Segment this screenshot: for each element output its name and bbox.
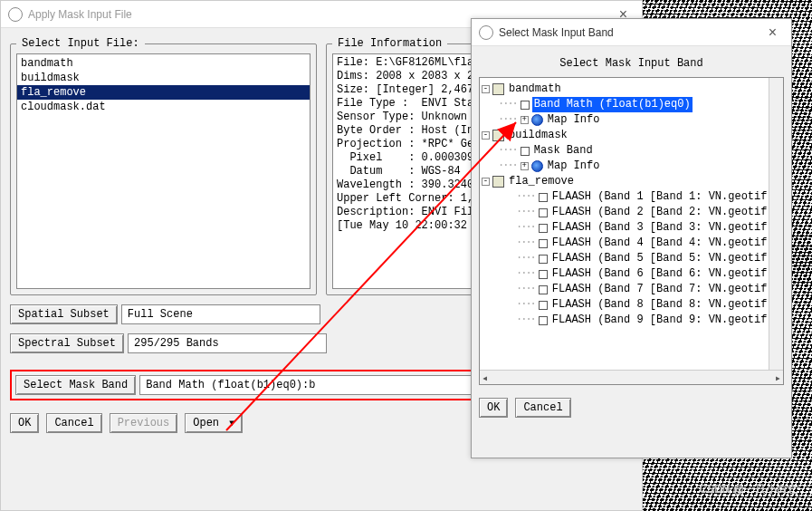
spectral-subset-button[interactable]: Spectral Subset [10, 333, 124, 353]
tree-node-label: FLAASH (Band 1 [Band 1: VN.geotif [550, 189, 769, 205]
dropdown-arrow-icon: ▼ [229, 419, 234, 429]
spectral-subset-value: 295/295 Bands [128, 333, 327, 353]
tree-node-label: buildmask [507, 128, 569, 143]
app-icon [8, 7, 23, 22]
tree-node[interactable]: ····+Map Info [482, 112, 781, 128]
tree-node[interactable]: ····FLAASH (Band 8 [Band 8: VN.geotif [482, 297, 781, 313]
input-panel-legend: Select Input File: [16, 37, 145, 50]
tree-node[interactable]: ····FLAASH (Band 9 [Band 9: VN.geotif [482, 313, 781, 328]
tree-node-label: FLAASH (Band 3 [Band 3: VN.geotif [550, 220, 769, 236]
expander-icon[interactable]: + [521, 162, 529, 170]
file-icon [492, 176, 504, 188]
checkbox-icon[interactable] [539, 270, 548, 279]
main-title: Apply Mask Input File [28, 8, 132, 21]
app-icon [479, 25, 493, 40]
select-mask-band-button[interactable]: Select Mask Band [15, 375, 136, 395]
scroll-left-icon[interactable]: ◂ [482, 371, 488, 385]
tree-node[interactable]: ····FLAASH (Band 5 [Band 5: VN.geotif [482, 251, 781, 266]
close-icon[interactable]: × [761, 24, 784, 41]
checkbox-icon[interactable] [539, 301, 548, 310]
open-label: Open [193, 417, 219, 429]
select-mask-band-dialog: Select Mask Input Band × Select Mask Inp… [471, 18, 792, 458]
scroll-right-icon[interactable]: ▸ [775, 371, 781, 385]
expander-icon[interactable]: - [482, 85, 490, 93]
tree-node-label: fla_remove [507, 174, 576, 189]
mask-band-value: Band Math (float(b1)eq0):b [139, 375, 499, 395]
tree-node-label: FLAASH (Band 4 [Band 4: VN.geotif [550, 236, 769, 251]
cancel-button[interactable]: Cancel [46, 413, 101, 433]
tree-node[interactable]: ····Band Math (float(b1)eq0) [482, 97, 781, 112]
tree-node-label: FLAASH (Band 2 [Band 2: VN.geotif [550, 205, 769, 220]
previous-button: Previous [110, 413, 178, 433]
expander-icon[interactable]: - [482, 178, 490, 186]
tree-node-label: FLAASH (Band 8 [Band 8: VN.geotif [550, 297, 769, 313]
vertical-scrollbar[interactable] [769, 78, 783, 370]
checkbox-icon[interactable] [539, 224, 548, 233]
ok-button[interactable]: OK [479, 398, 508, 418]
tree-node[interactable]: ····FLAASH (Band 7 [Band 7: VN.geotif [482, 282, 781, 297]
checkbox-icon[interactable] [521, 101, 530, 110]
tree-node[interactable]: ····FLAASH (Band 3 [Band 3: VN.geotif [482, 220, 781, 236]
tree-node[interactable]: ····FLAASH (Band 4 [Band 4: VN.geotif [482, 236, 781, 251]
checkbox-icon[interactable] [539, 255, 548, 264]
checkbox-icon[interactable] [539, 316, 548, 325]
tree-node[interactable]: ····+Map Info [482, 159, 781, 174]
tree-node[interactable]: ····FLAASH (Band 6 [Band 6: VN.geotif [482, 266, 781, 282]
checkbox-icon[interactable] [539, 239, 548, 248]
tree-node-label: FLAASH (Band 6 [Band 6: VN.geotif [550, 266, 769, 282]
tree-node[interactable]: -bandmath [482, 82, 781, 97]
file-info-legend: File Information [332, 37, 447, 50]
tree-node[interactable]: ····Mask Band [482, 143, 781, 159]
checkbox-icon[interactable] [539, 208, 548, 217]
checkbox-icon[interactable] [539, 285, 548, 294]
expander-icon[interactable]: + [521, 116, 529, 124]
mask-band-highlight: Select Mask Band Band Math (float(b1)eq0… [10, 370, 504, 400]
expander-icon[interactable]: - [482, 131, 490, 140]
checkbox-icon[interactable] [521, 147, 530, 156]
tree-node-label: bandmath [507, 82, 563, 97]
tree-node[interactable]: -buildmask [482, 128, 781, 143]
tree-node-label: FLAASH (Band 7 [Band 7: VN.geotif [550, 282, 769, 297]
checkbox-icon[interactable] [539, 193, 548, 202]
globe-icon [531, 160, 543, 172]
tree-node-label: FLAASH (Band 5 [Band 5: VN.geotif [550, 251, 769, 266]
tree-node[interactable]: -fla_remove [482, 174, 781, 189]
tree-node-label: Map Info [546, 112, 602, 128]
tree-node-label: Map Info [546, 159, 602, 174]
ok-button[interactable]: OK [10, 413, 39, 433]
tree-node-label: Band Math (float(b1)eq0) [532, 97, 693, 112]
tree-node[interactable]: ····FLAASH (Band 2 [Band 2: VN.geotif [482, 205, 781, 220]
file-item[interactable]: bandmath [17, 56, 310, 71]
popup-header: Select Mask Input Band [479, 53, 784, 77]
tree-node-label: FLAASH (Band 9 [Band 9: VN.geotif [550, 313, 769, 328]
file-icon [492, 83, 504, 95]
horizontal-scrollbar[interactable]: ◂ ▸ [480, 370, 783, 384]
popup-titlebar: Select Mask Input Band × [472, 19, 791, 46]
file-item[interactable]: buildmask [17, 71, 310, 85]
file-item[interactable]: cloudmask.dat [17, 100, 310, 114]
spatial-subset-button[interactable]: Spatial Subset [10, 304, 118, 324]
band-tree[interactable]: -bandmath····Band Math (float(b1)eq0)···… [479, 77, 784, 385]
input-file-panel: Select Input File: bandmathbuildmaskfla_… [10, 37, 317, 295]
popup-title: Select Mask Input Band [499, 26, 614, 39]
file-item[interactable]: fla_remove [17, 85, 310, 100]
globe-icon [531, 114, 543, 126]
file-icon [492, 130, 504, 141]
tree-node[interactable]: ····FLAASH (Band 1 [Band 1: VN.geotif [482, 189, 781, 205]
cancel-button[interactable]: Cancel [515, 398, 570, 418]
watermark: CSDN @一只小白亡 [699, 482, 798, 497]
tree-node-label: Mask Band [532, 143, 595, 159]
open-button[interactable]: Open ▼ [185, 413, 243, 433]
input-file-list[interactable]: bandmathbuildmaskfla_removecloudmask.dat [16, 53, 310, 289]
spatial-subset-value: Full Scene [121, 304, 320, 324]
